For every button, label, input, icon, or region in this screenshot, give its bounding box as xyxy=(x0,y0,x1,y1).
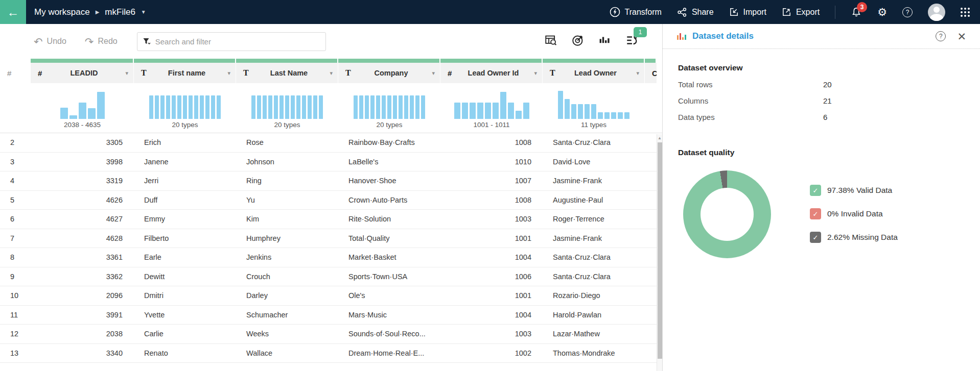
cell[interactable]: Erich xyxy=(134,138,236,146)
cell[interactable]: Jenkins xyxy=(236,253,338,261)
cell[interactable]: 3361 xyxy=(31,253,134,261)
cell[interactable]: 3998 xyxy=(31,158,134,166)
help-button[interactable]: ? xyxy=(902,7,913,17)
cell[interactable]: Market·Basket xyxy=(338,253,440,261)
cell[interactable]: Dmitri xyxy=(134,291,236,300)
cell[interactable]: 1003 xyxy=(440,330,543,338)
notifications-button[interactable]: 3 xyxy=(851,7,862,18)
cell[interactable]: Johnson xyxy=(236,158,338,166)
column-histogram[interactable] xyxy=(236,83,338,119)
cell[interactable]: 4628 xyxy=(31,234,134,242)
cell[interactable]: Schumacher xyxy=(236,311,338,319)
cell[interactable]: 4627 xyxy=(31,215,134,223)
cell[interactable]: Lazar·Mathew xyxy=(543,330,645,338)
back-button[interactable]: ← xyxy=(0,0,26,24)
cell[interactable]: David·Love xyxy=(543,158,645,166)
share-button[interactable]: Share xyxy=(677,7,714,17)
cell[interactable]: Santa·Cruz·Clara xyxy=(543,138,645,146)
breadcrumb-file[interactable]: mkFile6 xyxy=(105,7,135,17)
cell[interactable]: 3340 xyxy=(31,349,134,357)
search-input[interactable] xyxy=(155,37,320,46)
column-menu-caret-icon[interactable]: ▾ xyxy=(324,70,333,77)
column-header-label-lead-owner-id[interactable]: #Lead Owner Id▾ xyxy=(440,63,542,83)
column-menu-caret-icon[interactable]: ▾ xyxy=(529,70,537,77)
column-header-label-last-name[interactable]: TLast Name▾ xyxy=(236,63,338,83)
cell[interactable]: Harold·Pawlan xyxy=(543,311,645,319)
cell[interactable]: 1002 xyxy=(440,349,543,357)
apps-grid-icon[interactable] xyxy=(961,8,970,17)
column-header-first-name[interactable]: TFirst name▾20 types xyxy=(134,59,236,133)
data-quality-button[interactable] xyxy=(571,34,585,49)
cell[interactable]: Santa·Cruz·Clara xyxy=(543,253,645,261)
scroll-up-arrow-icon[interactable]: ▲ xyxy=(657,134,662,141)
cell[interactable]: Kim xyxy=(236,215,338,223)
column-header-leadid[interactable]: #LEADID▾2038 - 4635 xyxy=(31,59,134,133)
column-histogram[interactable] xyxy=(31,83,134,119)
breadcrumb-workspace[interactable]: My workspace xyxy=(34,7,90,17)
cell[interactable]: 1008 xyxy=(440,138,543,146)
applied-steps-button[interactable]: 1 xyxy=(625,34,639,49)
column-menu-caret-icon[interactable]: ▾ xyxy=(427,70,435,77)
column-header-lead-owner[interactable]: TLead Owner▾11 types xyxy=(543,59,645,133)
import-button[interactable]: Import xyxy=(729,7,766,17)
cell[interactable]: Duff xyxy=(134,196,236,204)
cell[interactable]: 4626 xyxy=(31,196,134,204)
cell[interactable]: 2096 xyxy=(31,291,134,300)
column-menu-caret-icon[interactable]: ▾ xyxy=(222,70,230,77)
cell[interactable]: Earle xyxy=(134,253,236,261)
panel-help-icon[interactable]: ? xyxy=(936,31,946,41)
legend-checkbox[interactable]: ✓ xyxy=(810,185,821,196)
cell[interactable]: 1004 xyxy=(440,311,543,319)
column-histogram[interactable] xyxy=(134,83,236,119)
cell[interactable]: 3362 xyxy=(31,273,134,281)
column-histogram[interactable] xyxy=(440,83,543,119)
cell[interactable]: 1010 xyxy=(440,158,543,166)
column-header-last-name[interactable]: TLast Name▾20 types xyxy=(236,59,338,133)
cell[interactable]: Dewitt xyxy=(134,273,236,281)
cell[interactable]: LaBelle's xyxy=(338,158,440,166)
cell[interactable]: 1001 xyxy=(440,291,543,300)
cell[interactable]: Hanover·Shoe xyxy=(338,177,440,185)
cell[interactable]: Wallace xyxy=(236,349,338,357)
legend-checkbox[interactable]: ✓ xyxy=(810,232,821,243)
cell[interactable]: Sports·Town·USA xyxy=(338,273,440,281)
column-histogram[interactable] xyxy=(543,83,645,119)
search-and-filter-box[interactable] xyxy=(137,32,326,51)
cell[interactable]: 1003 xyxy=(440,215,543,223)
undo-button[interactable]: ↶ Undo xyxy=(34,36,66,47)
cell[interactable]: Rite·Solution xyxy=(338,215,440,223)
cell[interactable]: Dream·Home·Real·E... xyxy=(338,349,440,357)
user-avatar[interactable] xyxy=(928,4,945,21)
column-header-label-company[interactable]: TCompany▾ xyxy=(338,63,440,83)
cell[interactable]: Crouch xyxy=(236,273,338,281)
cell[interactable]: Total·Quality xyxy=(338,234,440,242)
cell[interactable]: Jerri xyxy=(134,177,236,185)
settings-button[interactable]: ⚙ xyxy=(877,7,887,17)
cell[interactable]: Thomas·Mondrake xyxy=(543,349,645,357)
cell[interactable]: 1001 xyxy=(440,234,543,242)
cell[interactable]: Yu xyxy=(236,196,338,204)
file-dropdown-caret-icon[interactable]: ▼ xyxy=(141,9,146,15)
cell[interactable]: Jasmine·Frank xyxy=(543,177,645,185)
cell[interactable]: Roger·Terrence xyxy=(543,215,645,223)
scrollbar-thumb[interactable] xyxy=(658,142,662,359)
cell[interactable]: Rozario·Diego xyxy=(543,291,645,300)
data-preview-button[interactable] xyxy=(544,34,557,49)
cell[interactable]: 1006 xyxy=(440,273,543,281)
column-header-company[interactable]: TCompany▾20 types xyxy=(338,59,440,133)
cell[interactable]: Ole's xyxy=(338,291,440,300)
column-menu-caret-icon[interactable]: ▾ xyxy=(631,70,639,77)
column-header-lead-owner-id[interactable]: #Lead Owner Id▾1001 - 1011 xyxy=(440,59,543,133)
cell[interactable]: Janene xyxy=(134,158,236,166)
vertical-scrollbar[interactable]: ▲ xyxy=(657,134,662,371)
cell[interactable]: 1008 xyxy=(440,196,543,204)
column-header-label-first-name[interactable]: TFirst name▾ xyxy=(134,63,236,83)
cell[interactable]: Darley xyxy=(236,291,338,300)
cell[interactable]: Emmy xyxy=(134,215,236,223)
cell[interactable]: Humphrey xyxy=(236,234,338,242)
cell[interactable]: Yvette xyxy=(134,311,236,319)
cell[interactable]: Renato xyxy=(134,349,236,357)
column-stats-button[interactable] xyxy=(598,34,612,49)
cell[interactable]: Carlie xyxy=(134,330,236,338)
cell[interactable]: Crown·Auto·Parts xyxy=(338,196,440,204)
